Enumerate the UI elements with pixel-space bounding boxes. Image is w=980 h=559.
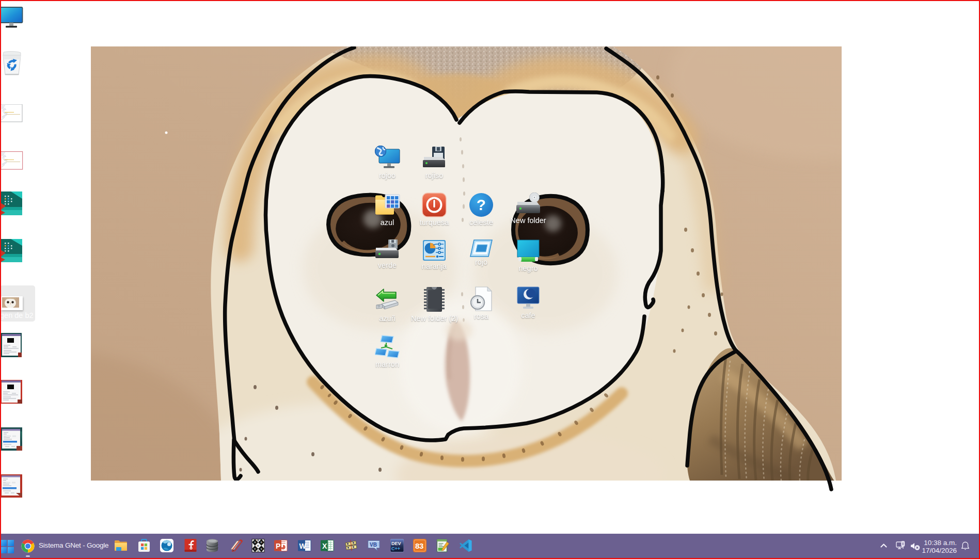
svg-text:D: D: [261, 541, 262, 544]
svg-text:X: X: [322, 542, 327, 550]
svg-text:G: G: [254, 541, 256, 544]
svg-text:DEV: DEV: [391, 541, 401, 546]
svg-text:VB: VB: [370, 542, 377, 548]
svg-text:?: ?: [477, 196, 486, 213]
svg-text:A: A: [257, 539, 259, 541]
svg-text:W: W: [299, 542, 307, 550]
svg-text:C++: C++: [391, 546, 400, 551]
svg-text:S: S: [261, 548, 262, 550]
svg-text:P: P: [276, 542, 280, 550]
svg-text:R: R: [257, 545, 259, 547]
svg-text:V: V: [254, 548, 256, 550]
svg-text:3: 3: [419, 541, 423, 550]
